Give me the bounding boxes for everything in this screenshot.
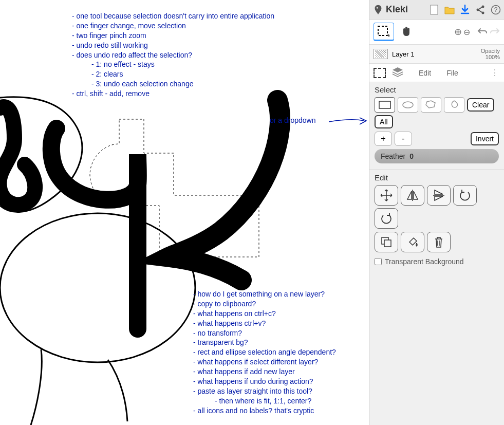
tab-selection-icon[interactable] [374,68,386,78]
layer-opacity: Opacity 100% [481,48,500,60]
svg-rect-9 [379,101,390,108]
open-file-icon[interactable] [444,5,455,15]
tab-file[interactable]: File [446,69,458,77]
svg-text:?: ? [494,6,498,13]
layer-row[interactable]: Layer 1 Opacity 100% [369,45,504,64]
brand-name: Kleki [386,4,408,15]
layer-thumbnail [374,49,388,59]
help-icon[interactable]: ? [491,5,501,15]
layer-name: Layer 1 [392,50,414,58]
zoom-in-icon[interactable]: ⊕ [454,26,462,38]
clear-selection-button[interactable]: Clear [467,98,494,112]
svg-point-10 [403,102,413,108]
fill-button[interactable] [401,232,424,252]
flip-horizontal-button[interactable] [401,185,424,206]
annotation-dropdown: or a dropdown [270,116,316,125]
select-all-button[interactable]: All [375,115,393,128]
rotate-left-button[interactable] [453,185,477,206]
redo-icon[interactable] [490,27,500,38]
lasso-select-button[interactable] [421,97,441,113]
subtract-from-selection-button[interactable]: - [395,132,412,146]
delete-button[interactable] [427,232,451,252]
brand: Kleki [372,4,408,15]
svg-rect-8 [378,26,387,35]
annotation-bottom: - how do I get something on a new layer?… [193,289,369,416]
more-menu-icon[interactable]: ⋮ [491,68,500,78]
tool-row: ⊕ ⊖ [369,20,504,45]
canvas-area[interactable]: - one tool because selection doesn't car… [0,0,369,425]
feather-label: Feather [381,152,405,160]
flip-vertical-button[interactable] [427,185,451,206]
tab-layers-icon[interactable] [392,67,403,79]
svg-point-1 [377,7,378,8]
select-section: Select Clear All + - Invert Feather [369,82,504,170]
sidebar: Kleki ? ⊕ ⊖ [369,0,504,425]
add-to-selection-button[interactable]: + [375,132,392,146]
transparent-bg-input[interactable] [375,258,382,265]
edit-section: Edit [369,170,504,272]
tabs-row: Edit File ⋮ [369,64,504,82]
share-icon[interactable] [475,5,486,15]
transparent-bg-label: Transparent Background [385,257,464,266]
svg-rect-12 [384,240,391,247]
download-icon[interactable] [460,5,470,15]
copy-button[interactable] [375,232,398,252]
undo-icon[interactable] [477,27,488,38]
rect-select-button[interactable] [375,97,395,113]
zoom-group: ⊕ ⊖ [454,26,470,38]
move-button[interactable] [375,185,398,206]
kleki-logo-icon [372,4,384,15]
hand-tool-button[interactable] [397,24,416,40]
annotation-top: - one tool because selection doesn't car… [72,11,329,99]
transparent-bg-checkbox[interactable]: Transparent Background [375,257,499,266]
invert-selection-button[interactable]: Invert [471,132,499,145]
arrow-icon [329,116,369,128]
edit-section-title: Edit [375,173,499,182]
svg-point-0 [0,213,195,362]
rotate-right-button[interactable] [375,208,398,229]
ellipse-select-button[interactable] [398,97,418,113]
feather-value: 0 [409,152,414,160]
wand-select-button[interactable] [444,97,464,113]
select-section-title: Select [375,85,499,94]
tab-edit[interactable]: Edit [419,69,431,77]
topbar: Kleki ? [369,0,504,20]
feather-slider[interactable]: Feather 0 [375,149,499,163]
svg-rect-2 [431,5,438,14]
select-tool-button[interactable] [374,23,394,41]
zoom-out-icon[interactable]: ⊖ [463,27,470,37]
new-file-icon[interactable] [429,5,439,15]
